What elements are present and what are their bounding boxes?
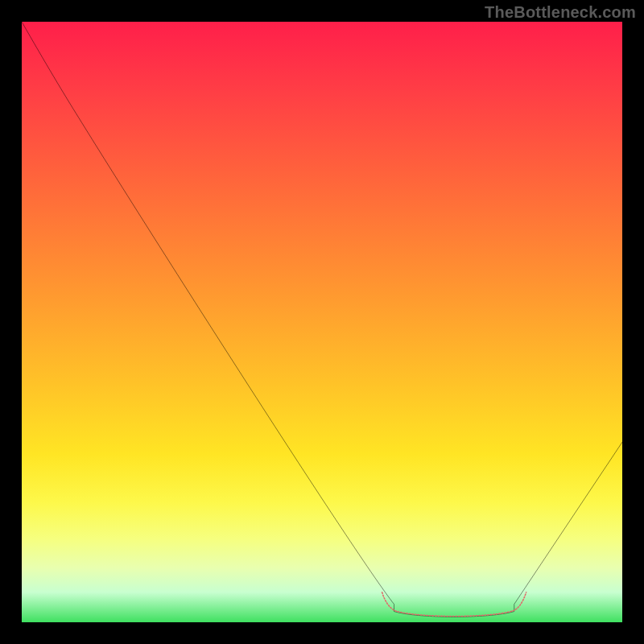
bottleneck-curve-svg [22, 22, 622, 622]
optimal-range-marker [382, 592, 526, 617]
bottleneck-curve-main [22, 22, 622, 617]
chart-frame: TheBottleneck.com [0, 0, 644, 644]
watermark-text: TheBottleneck.com [485, 3, 636, 22]
